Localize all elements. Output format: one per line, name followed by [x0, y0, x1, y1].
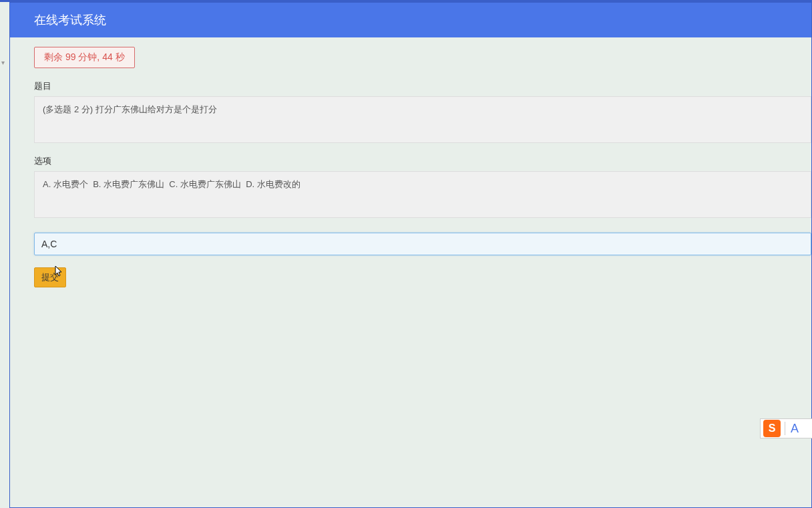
submit-button[interactable]: 提交	[34, 267, 66, 287]
main-panel: 在线考试系统 剩余 99 分钟, 44 秒 题目 (多选题 2 分) 打分广东佛…	[9, 2, 812, 508]
option-b: B. 水电费广东佛山	[93, 179, 164, 189]
option-a: A. 水电费个	[43, 179, 88, 189]
option-d: D. 水电费改的	[246, 179, 300, 189]
answer-input-wrap	[34, 233, 811, 255]
options-label: 选项	[34, 155, 811, 167]
question-text: (多选题 2 分) 打分广东佛山给对方是个是打分	[43, 104, 217, 114]
sogou-ime-icon[interactable]: S	[763, 420, 781, 437]
option-c: C. 水电费广东佛山	[169, 179, 241, 189]
ime-separator	[785, 422, 785, 435]
answer-input[interactable]	[34, 233, 811, 255]
timer-box: 剩余 99 分钟, 44 秒	[34, 47, 135, 68]
options-box: A. 水电费个 B. 水电费广东佛山 C. 水电费广东佛山 D. 水电费改的	[34, 171, 811, 218]
content-area: 剩余 99 分钟, 44 秒 题目 (多选题 2 分) 打分广东佛山给对方是个是…	[10, 37, 811, 507]
collapse-arrow-icon[interactable]: ▾	[1, 59, 5, 66]
ime-mode-letter[interactable]: A	[791, 422, 799, 436]
question-label: 题目	[34, 80, 811, 92]
timer-text: 剩余 99 分钟, 44 秒	[44, 51, 125, 62]
header-bar: 在线考试系统	[10, 3, 811, 37]
ime-toolbar[interactable]: S A	[760, 418, 812, 438]
question-box: (多选题 2 分) 打分广东佛山给对方是个是打分	[34, 96, 811, 143]
app-title: 在线考试系统	[34, 12, 106, 28]
ime-icon-letter: S	[769, 422, 776, 434]
